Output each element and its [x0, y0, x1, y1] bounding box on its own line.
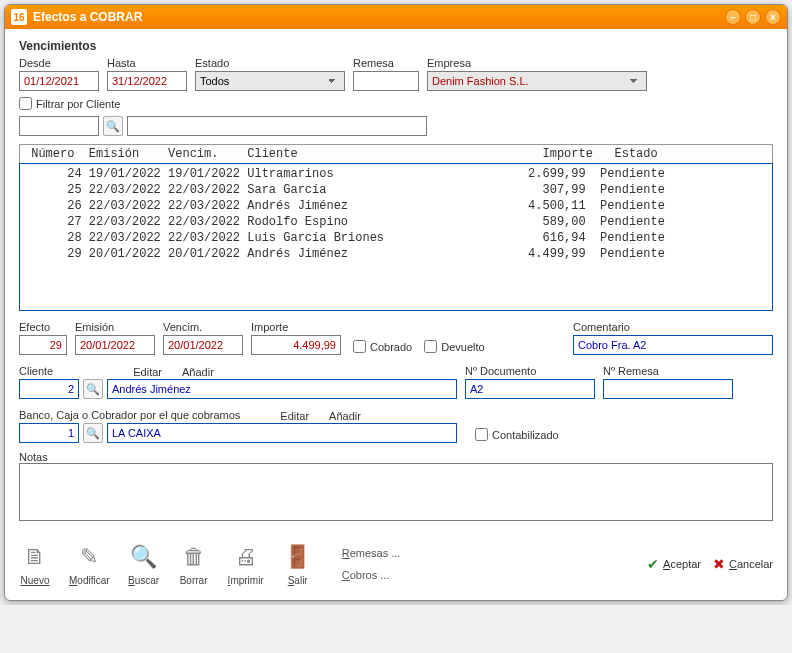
cancelar-button[interactable]: ✖ Cancelar — [713, 556, 773, 572]
checkmark-icon: ✔ — [647, 556, 659, 572]
effects-grid[interactable]: 24 19/01/2022 19/01/2022 Ultramarinos 2.… — [19, 163, 773, 311]
nremesa-label: Nº Remesa — [603, 365, 733, 377]
cliente-editar-link[interactable]: Editar — [133, 366, 162, 378]
new-icon: 🗎 — [19, 541, 51, 573]
hasta-label: Hasta — [107, 57, 187, 69]
ndoc-label: Nº Documento — [465, 365, 595, 377]
app-icon: 16 — [11, 9, 27, 25]
banco-name-input[interactable] — [107, 423, 457, 443]
table-row[interactable]: 28 22/03/2022 22/03/2022 Luis García Bri… — [20, 230, 772, 246]
buscar-button[interactable]: 🔍 Buscar — [128, 541, 160, 586]
empresa-select[interactable]: Denim Fashion S.L. — [427, 71, 647, 91]
table-row[interactable]: 27 22/03/2022 22/03/2022 Rodolfo Espino … — [20, 214, 772, 230]
search-icon: 🔍 — [86, 427, 100, 440]
cliente-lookup-button[interactable]: 🔍 — [83, 379, 103, 399]
cobrado-checkbox[interactable] — [353, 340, 366, 353]
edit-icon: ✎ — [73, 541, 105, 573]
exit-icon: 🚪 — [282, 541, 314, 573]
filter-cliente-label: Filtrar por Cliente — [36, 98, 120, 110]
banco-label: Banco, Caja o Cobrador por el que cobram… — [19, 409, 240, 421]
maximize-button[interactable]: □ — [745, 9, 761, 25]
hasta-input[interactable] — [107, 71, 187, 91]
nremesa-input[interactable] — [603, 379, 733, 399]
modificar-button[interactable]: ✎ Modificar — [69, 541, 110, 586]
vencimientos-title: Vencimientos — [19, 39, 773, 53]
filter-code-input[interactable] — [19, 116, 99, 136]
cliente-code-input[interactable] — [19, 379, 79, 399]
efecto-label: Efecto — [19, 321, 67, 333]
contabilizado-checkbox[interactable] — [475, 428, 488, 441]
search-icon: 🔍 — [128, 541, 160, 573]
vencim-input[interactable] — [163, 335, 243, 355]
delete-icon: 🗑 — [178, 541, 210, 573]
comentario-input[interactable] — [573, 335, 773, 355]
efecto-input[interactable] — [19, 335, 67, 355]
contabilizado-label: Contabilizado — [492, 429, 559, 441]
estado-label: Estado — [195, 57, 345, 69]
cliente-name-input[interactable] — [107, 379, 457, 399]
table-row[interactable]: 25 22/03/2022 22/03/2022 Sara García 307… — [20, 182, 772, 198]
search-icon: 🔍 — [106, 120, 120, 133]
ndoc-input[interactable] — [465, 379, 595, 399]
cliente-anadir-link[interactable]: Añadir — [182, 366, 214, 378]
aceptar-button[interactable]: ✔ Aceptar — [647, 556, 701, 572]
table-row[interactable]: 26 22/03/2022 22/03/2022 Andrés Jiménez … — [20, 198, 772, 214]
main-window: 16 Efectos a COBRAR – □ × Vencimientos D… — [4, 4, 788, 601]
importe-input[interactable] — [251, 335, 341, 355]
borrar-button[interactable]: 🗑 Borrar — [178, 541, 210, 586]
close-button[interactable]: × — [765, 9, 781, 25]
devuelto-checkbox[interactable] — [424, 340, 437, 353]
comentario-label: Comentario — [573, 321, 773, 333]
print-icon: 🖨 — [230, 541, 262, 573]
salir-button[interactable]: 🚪 Salir — [282, 541, 314, 586]
devuelto-label: Devuelto — [441, 341, 484, 353]
filter-name-input[interactable] — [127, 116, 427, 136]
banco-lookup-button[interactable]: 🔍 — [83, 423, 103, 443]
grid-header: Número Emisión Vencim. Cliente Importe E… — [19, 144, 773, 163]
cobros-link[interactable]: Cobros ... — [342, 569, 401, 581]
nuevo-button[interactable]: 🗎 Nuevo — [19, 541, 51, 586]
desde-label: Desde — [19, 57, 99, 69]
emision-label: Emisión — [75, 321, 155, 333]
table-row[interactable]: 24 19/01/2022 19/01/2022 Ultramarinos 2.… — [20, 166, 772, 182]
cobrado-label: Cobrado — [370, 341, 412, 353]
toolbar: 🗎 Nuevo ✎ Modificar 🔍 Buscar 🗑 Borrar 🖨 … — [19, 533, 773, 590]
remesa-input[interactable] — [353, 71, 419, 91]
imprimir-button[interactable]: 🖨 Imprimir — [228, 541, 264, 586]
importe-label: Importe — [251, 321, 341, 333]
titlebar: 16 Efectos a COBRAR – □ × — [5, 5, 787, 29]
remesa-label: Remesa — [353, 57, 419, 69]
notas-textarea[interactable] — [19, 463, 773, 521]
banco-anadir-link[interactable]: Añadir — [329, 410, 361, 422]
search-icon: 🔍 — [86, 383, 100, 396]
table-row[interactable]: 29 20/01/2022 20/01/2022 Andrés Jiménez … — [20, 246, 772, 262]
filter-cliente-checkbox[interactable] — [19, 97, 32, 110]
cliente-label: Cliente — [19, 365, 53, 377]
cross-icon: ✖ — [713, 556, 725, 572]
vencim-label: Vencim. — [163, 321, 243, 333]
banco-editar-link[interactable]: Editar — [280, 410, 309, 422]
banco-code-input[interactable] — [19, 423, 79, 443]
emision-input[interactable] — [75, 335, 155, 355]
estado-select[interactable]: Todos — [195, 71, 345, 91]
filter-lookup-button[interactable]: 🔍 — [103, 116, 123, 136]
desde-input[interactable] — [19, 71, 99, 91]
minimize-button[interactable]: – — [725, 9, 741, 25]
remesas-link[interactable]: Remesas ... — [342, 547, 401, 559]
notas-label: Notas — [19, 451, 48, 463]
empresa-label: Empresa — [427, 57, 647, 69]
window-title: Efectos a COBRAR — [33, 10, 142, 24]
